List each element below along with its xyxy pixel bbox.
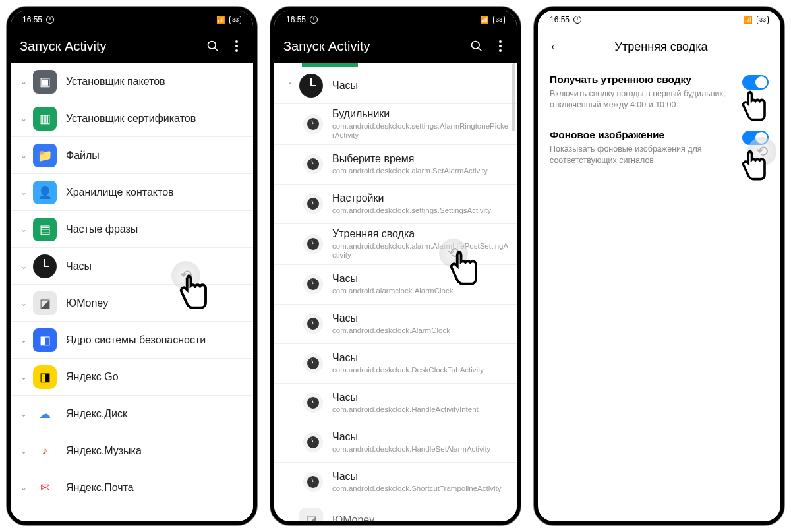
activity-clock-icon <box>303 114 323 134</box>
activity-row[interactable]: Часы com.android.deskclock.ShortcutTramp… <box>274 463 517 502</box>
app-row[interactable]: ⌄ ▤ Частые фразы <box>11 211 253 248</box>
app-row[interactable]: ⌄ ▣ Установщик пакетов <box>11 63 253 100</box>
group-header-umoney[interactable]: ⌄ ◪ ЮMoney <box>274 502 517 522</box>
chevron-down-icon: ⌄ <box>15 114 33 123</box>
setting-description: Включить сводку погоды в первый будильни… <box>550 88 734 111</box>
activity-sub: com.android.deskclock.ShortcutTrampoline… <box>332 484 510 493</box>
battery-icon: 33 <box>757 16 769 24</box>
scrollbar[interactable] <box>512 63 515 517</box>
app-row[interactable]: ⌄ ☁ Яндекс.Диск <box>11 396 253 432</box>
activity-row[interactable]: Часы com.android.deskclock.HandleSetAlar… <box>274 423 517 463</box>
appbar-title: Запуск Activity <box>20 39 196 54</box>
activity-label: Часы <box>332 352 510 364</box>
svg-point-2 <box>472 42 480 49</box>
activity-row[interactable]: Часы com.android.deskclock.HandleActivit… <box>274 384 517 423</box>
app-icon: ▣ <box>33 70 57 94</box>
activity-sub: com.android.alarmclock.AlarmClock <box>332 286 510 295</box>
svg-line-1 <box>215 48 218 51</box>
app-row[interactable]: ⌄ ✉ Яндекс.Почта <box>11 469 253 506</box>
signal-icon: 📶 <box>216 16 225 24</box>
app-row[interactable]: ⌄ ♪ Яндекс.Музыка <box>11 432 253 469</box>
chevron-down-icon: ⌄ <box>15 336 33 345</box>
signal-icon: 📶 <box>744 16 753 24</box>
app-label: Файлы <box>66 150 247 162</box>
svg-point-0 <box>208 42 216 49</box>
activity-clock-icon <box>303 194 323 214</box>
settings-title: Утренняя сводка <box>575 40 747 54</box>
chevron-down-icon: ⌄ <box>15 446 33 456</box>
app-label: Яндекс Go <box>66 371 247 383</box>
activity-label: Утренняя сводка <box>332 228 510 240</box>
app-row[interactable]: ⌄ ◧ Ядро системы безопасности <box>11 322 253 359</box>
chevron-down-icon: ⌄ <box>15 299 33 308</box>
phone-1: 16:55 📶 33 Запуск Activity ⌄ ▣ Установщи… <box>7 7 257 525</box>
chevron-down-icon: ⌄ <box>15 188 33 197</box>
phone-3: 16:55 📶 33 ← Утренняя сводка Получать ут… <box>534 7 784 525</box>
activity-row[interactable]: Часы com.android.deskclock.DeskClockTabA… <box>274 344 517 384</box>
search-icon[interactable] <box>469 39 484 53</box>
app-list[interactable]: ⌄ ▣ Установщик пакетов⌄ ▥ Установщик сер… <box>11 63 253 521</box>
app-label: Установщик сертификатов <box>66 113 247 125</box>
settings-header: ← Утренняя сводка <box>538 29 780 65</box>
chevron-down-icon: ⌄ <box>15 483 33 492</box>
app-row[interactable]: ⌄ 📁 Файлы <box>11 137 253 174</box>
app-label: Установщик пакетов <box>66 76 247 88</box>
activity-row[interactable]: Часы com.android.deskclock.AlarmClock <box>274 305 517 344</box>
alarm-icon <box>573 16 581 24</box>
back-arrow-icon[interactable]: ← <box>548 38 563 55</box>
group-label: Часы <box>332 80 510 92</box>
toggle-switch[interactable] <box>742 75 769 90</box>
chevron-up-icon: ⌃ <box>281 81 299 90</box>
chevron-down-icon: ⌄ <box>15 409 33 419</box>
phone-2: 16:55 📶 33 Запуск Activity ⌃ Часы Будиль… <box>270 7 521 525</box>
activity-clock-icon <box>303 432 323 452</box>
chevron-down-icon: ⌄ <box>15 77 33 86</box>
app-label: Ядро системы безопасности <box>66 334 247 346</box>
app-icon: 📁 <box>33 144 57 167</box>
activity-label: Часы <box>332 273 510 285</box>
activity-row[interactable]: Выберите время com.android.deskclock.ala… <box>274 145 517 185</box>
setting-label: Фоновое изображение <box>550 129 734 141</box>
toggle-switch[interactable] <box>742 131 769 145</box>
app-icon: ▤ <box>33 218 57 241</box>
svg-line-3 <box>479 48 482 51</box>
activity-label: Настройки <box>332 192 510 204</box>
search-icon[interactable] <box>206 39 220 53</box>
app-label: Яндекс.Почта <box>66 482 247 494</box>
app-label: Хранилище контактов <box>66 187 247 198</box>
status-bar: 16:55 📶 33 <box>538 11 780 29</box>
app-row[interactable]: ⌄ Часы <box>11 248 253 285</box>
activity-clock-icon <box>303 393 323 413</box>
app-row[interactable]: ⌄ ◨ Яндекс Go <box>11 359 253 396</box>
activity-row[interactable]: Настройки com.android.deskclock.settings… <box>274 185 517 224</box>
activity-sub: com.android.deskclock.settings.SettingsA… <box>332 206 510 215</box>
group-header-clock[interactable]: ⌃ Часы <box>274 67 517 104</box>
signal-icon: 📶 <box>480 16 489 24</box>
activity-row[interactable]: Утренняя сводка com.android.deskclock.al… <box>274 224 517 265</box>
app-row[interactable]: ⌄ ◪ ЮMoney <box>11 285 253 322</box>
app-bar: Запуск Activity <box>11 29 253 63</box>
alarm-icon <box>310 16 318 24</box>
setting-row: Получать утреннюю сводку Включить сводку… <box>538 65 780 120</box>
activity-clock-icon <box>303 274 323 294</box>
app-icon: ◨ <box>33 365 57 389</box>
app-row[interactable]: ⌄ 👤 Хранилище контактов <box>11 174 253 211</box>
more-icon[interactable] <box>229 39 244 53</box>
group-label: ЮMoney <box>332 514 510 521</box>
activity-list[interactable]: ⌃ Часы Будильники com.android.deskclock.… <box>274 63 517 521</box>
activity-row[interactable]: Будильники com.android.deskclock.setting… <box>274 104 517 145</box>
chevron-down-icon: ⌄ <box>15 262 33 271</box>
app-label: Яндекс.Музыка <box>66 445 247 457</box>
clock-text: 16:55 <box>286 15 306 24</box>
activity-row[interactable]: Часы com.android.alarmclock.AlarmClock <box>274 265 517 305</box>
status-bar: 16:55 📶 33 <box>274 11 517 29</box>
chevron-down-icon: ⌄ <box>15 225 33 234</box>
app-icon: ▥ <box>33 107 57 131</box>
activity-label: Будильники <box>332 108 510 120</box>
chevron-down-icon: ⌄ <box>281 516 299 521</box>
more-icon[interactable] <box>493 39 508 53</box>
activity-label: Выберите время <box>332 153 510 165</box>
app-row[interactable]: ⌄ ▥ Установщик сертификатов <box>11 100 253 137</box>
app-icon: ☁ <box>33 402 57 426</box>
setting-label: Получать утреннюю сводку <box>550 74 734 86</box>
